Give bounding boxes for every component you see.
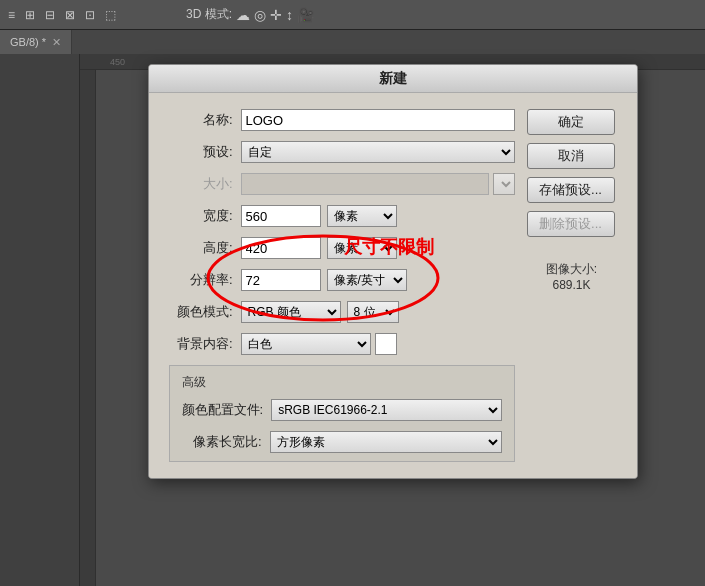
toolbar-item-5[interactable]: ⊡ bbox=[85, 8, 95, 22]
toolbar-item-2[interactable]: ⊞ bbox=[25, 8, 35, 22]
dialog-title: 新建 bbox=[379, 70, 407, 88]
width-row: 宽度: 像素 bbox=[169, 205, 515, 227]
color-mode-row: 颜色模式: RGB 颜色 8 位 bbox=[169, 301, 515, 323]
tab-document-label: GB/8) * bbox=[10, 36, 46, 48]
width-label: 宽度: bbox=[169, 207, 241, 225]
preset-select[interactable]: 自定 bbox=[241, 141, 515, 163]
bg-content-label: 背景内容: bbox=[169, 335, 241, 353]
annotation-text: 尺寸不限制 bbox=[344, 235, 434, 259]
advanced-section: 高级 颜色配置文件: sRGB IEC61966-2.1 像素长宽比: bbox=[169, 365, 515, 462]
color-profile-row: 颜色配置文件: sRGB IEC61966-2.1 bbox=[182, 399, 502, 421]
toolbar-item-1[interactable]: ≡ bbox=[8, 8, 15, 22]
bg-content-row: 背景内容: 白色 bbox=[169, 333, 515, 355]
toolbar-3d-icon1[interactable]: ☁ bbox=[236, 7, 250, 23]
height-input[interactable] bbox=[241, 237, 321, 259]
pixel-aspect-row: 像素长宽比: 方形像素 bbox=[182, 431, 502, 453]
size-label: 大小: bbox=[169, 175, 241, 193]
dialog-overlay: 新建 名称: 预设: 自定 bbox=[80, 54, 705, 586]
image-size-label: 图像大小: bbox=[527, 261, 617, 278]
dialog-titlebar: 新建 bbox=[149, 65, 637, 93]
preset-row: 预设: 自定 bbox=[169, 141, 515, 163]
toolbar-3d-icon4[interactable]: ↕ bbox=[286, 7, 293, 23]
color-swatch[interactable] bbox=[375, 333, 397, 355]
dialog-buttons: 确定 取消 存储预设... 删除预设... 图像大小: 689.1K bbox=[527, 109, 617, 462]
toolbar-3d-section: 3D 模式: ☁ ◎ ✛ ↕ 🎥 bbox=[186, 6, 314, 23]
width-unit-select[interactable]: 像素 bbox=[327, 205, 397, 227]
bg-content-select[interactable]: 白色 bbox=[241, 333, 371, 355]
tab-document[interactable]: GB/8) * ✕ bbox=[0, 30, 72, 54]
resolution-unit-select[interactable]: 像素/英寸 bbox=[327, 269, 407, 291]
toolbar-item-6[interactable]: ⬚ bbox=[105, 8, 116, 22]
toolbar-3d-icon5[interactable]: 🎥 bbox=[297, 7, 314, 23]
image-size-section: 图像大小: 689.1K bbox=[527, 261, 617, 292]
toolbar-item-3[interactable]: ⊟ bbox=[45, 8, 55, 22]
color-mode-select[interactable]: RGB 颜色 bbox=[241, 301, 341, 323]
dialog-main: 名称: 预设: 自定 大小: bbox=[169, 109, 617, 462]
tab-bar: GB/8) * ✕ bbox=[0, 30, 705, 54]
color-bit-select[interactable]: 8 位 bbox=[347, 301, 399, 323]
pixel-aspect-select[interactable]: 方形像素 bbox=[270, 431, 502, 453]
width-input[interactable] bbox=[241, 205, 321, 227]
save-preset-button[interactable]: 存储预设... bbox=[527, 177, 615, 203]
advanced-title: 高级 bbox=[182, 374, 502, 391]
dialog-form: 名称: 预设: 自定 大小: bbox=[169, 109, 515, 462]
resolution-input[interactable] bbox=[241, 269, 321, 291]
preset-label: 预设: bbox=[169, 143, 241, 161]
dialog-body: 名称: 预设: 自定 大小: bbox=[149, 93, 637, 478]
size-unit-select bbox=[493, 173, 515, 195]
resolution-row: 分辨率: 像素/英寸 bbox=[169, 269, 515, 291]
toolbar-3d-label: 3D 模式: bbox=[186, 6, 232, 23]
toolbar-3d-icon2[interactable]: ◎ bbox=[254, 7, 266, 23]
size-row: 大小: bbox=[169, 173, 515, 195]
pixel-aspect-label: 像素长宽比: bbox=[182, 433, 270, 451]
size-input bbox=[241, 173, 489, 195]
color-profile-label: 颜色配置文件: bbox=[182, 401, 272, 419]
toolbar: ≡ ⊞ ⊟ ⊠ ⊡ ⬚ 3D 模式: ☁ ◎ ✛ ↕ 🎥 bbox=[0, 0, 705, 30]
resolution-label: 分辨率: bbox=[169, 271, 241, 289]
height-row: 高度: 像素 尺寸不限制 bbox=[169, 237, 515, 259]
delete-preset-button[interactable]: 删除预设... bbox=[527, 211, 615, 237]
color-mode-label: 颜色模式: bbox=[169, 303, 241, 321]
confirm-button[interactable]: 确定 bbox=[527, 109, 615, 135]
toolbar-item-4[interactable]: ⊠ bbox=[65, 8, 75, 22]
name-label: 名称: bbox=[169, 111, 241, 129]
name-row: 名称: bbox=[169, 109, 515, 131]
tab-close-icon[interactable]: ✕ bbox=[52, 36, 61, 49]
image-size-value: 689.1K bbox=[527, 278, 617, 292]
name-input[interactable] bbox=[241, 109, 515, 131]
cancel-button[interactable]: 取消 bbox=[527, 143, 615, 169]
height-label: 高度: bbox=[169, 239, 241, 257]
toolbar-3d-icon3[interactable]: ✛ bbox=[270, 7, 282, 23]
color-profile-select[interactable]: sRGB IEC61966-2.1 bbox=[271, 399, 501, 421]
new-document-dialog: 新建 名称: 预设: 自定 bbox=[148, 64, 638, 479]
left-panel bbox=[0, 54, 80, 586]
